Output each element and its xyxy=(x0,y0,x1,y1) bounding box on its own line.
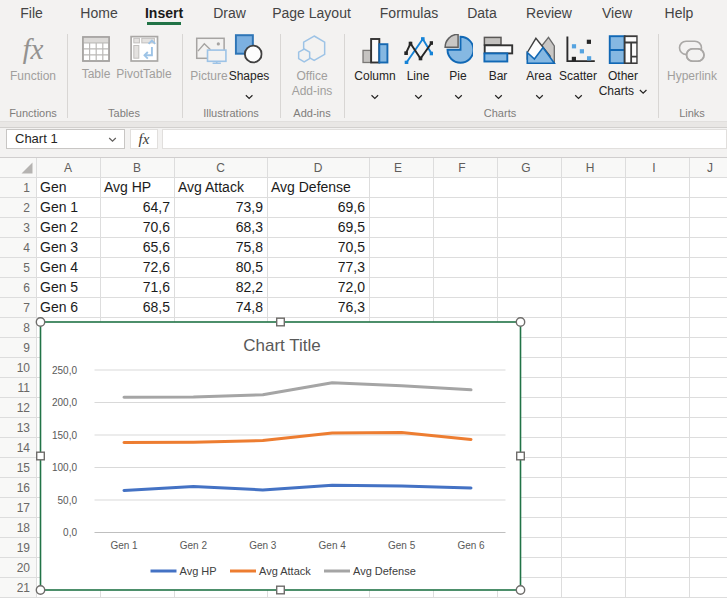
svg-text:50,0: 50,0 xyxy=(58,495,78,506)
svg-text:21: 21 xyxy=(17,581,31,595)
svg-text:Gen 4: Gen 4 xyxy=(40,259,78,275)
svg-text:5: 5 xyxy=(23,261,30,275)
svg-text:70,5: 70,5 xyxy=(338,239,365,255)
svg-text:71,6: 71,6 xyxy=(143,279,170,295)
svg-text:12: 12 xyxy=(17,401,31,415)
svg-text:1: 1 xyxy=(23,181,30,195)
svg-text:0,0: 0,0 xyxy=(63,527,77,538)
svg-text:150,0: 150,0 xyxy=(52,430,77,441)
svg-text:72,0: 72,0 xyxy=(338,279,365,295)
svg-text:20: 20 xyxy=(17,561,31,575)
svg-text:Gen: Gen xyxy=(40,179,66,195)
svg-text:69,5: 69,5 xyxy=(338,219,365,235)
svg-text:Avg Attack: Avg Attack xyxy=(178,179,245,195)
svg-text:64,7: 64,7 xyxy=(143,199,170,215)
svg-text:200,0: 200,0 xyxy=(52,397,77,408)
svg-text:J: J xyxy=(707,161,713,175)
svg-text:10: 10 xyxy=(17,361,31,375)
svg-text:G: G xyxy=(521,161,530,175)
svg-text:15: 15 xyxy=(17,461,31,475)
svg-text:8: 8 xyxy=(23,321,30,335)
svg-text:H: H xyxy=(586,161,595,175)
svg-text:B: B xyxy=(133,161,141,175)
svg-text:70,6: 70,6 xyxy=(143,219,170,235)
svg-text:68,3: 68,3 xyxy=(236,219,263,235)
svg-text:74,8: 74,8 xyxy=(236,299,263,315)
svg-text:A: A xyxy=(64,161,72,175)
svg-text:Gen 5: Gen 5 xyxy=(40,279,78,295)
svg-text:Gen 3: Gen 3 xyxy=(40,239,78,255)
svg-text:Gen 2: Gen 2 xyxy=(40,219,78,235)
svg-text:80,5: 80,5 xyxy=(236,259,263,275)
svg-text:Gen 4: Gen 4 xyxy=(319,540,347,551)
svg-text:D: D xyxy=(314,161,323,175)
svg-text:13: 13 xyxy=(17,421,31,435)
svg-text:fx: fx xyxy=(139,131,150,147)
svg-text:11: 11 xyxy=(18,381,31,395)
svg-text:18: 18 xyxy=(17,521,31,535)
svg-text:75,8: 75,8 xyxy=(236,239,263,255)
svg-text:Gen 6: Gen 6 xyxy=(457,540,485,551)
svg-text:6: 6 xyxy=(23,281,30,295)
svg-text:Gen 2: Gen 2 xyxy=(180,540,208,551)
svg-text:2: 2 xyxy=(23,201,30,215)
svg-text:Chart Title: Chart Title xyxy=(243,336,320,355)
svg-text:65,6: 65,6 xyxy=(143,239,170,255)
svg-text:82,2: 82,2 xyxy=(236,279,263,295)
svg-text:17: 17 xyxy=(17,501,31,515)
svg-text:73,9: 73,9 xyxy=(236,199,263,215)
svg-text:Gen 5: Gen 5 xyxy=(388,540,416,551)
svg-text:19: 19 xyxy=(17,541,31,555)
svg-text:Gen 1: Gen 1 xyxy=(110,540,138,551)
svg-text:69,6: 69,6 xyxy=(338,199,365,215)
svg-text:4: 4 xyxy=(23,241,30,255)
svg-text:Gen 1: Gen 1 xyxy=(40,199,78,215)
svg-text:72,6: 72,6 xyxy=(143,259,170,275)
svg-text:68,5: 68,5 xyxy=(143,299,170,315)
svg-text:E: E xyxy=(394,161,402,175)
svg-text:Gen 3: Gen 3 xyxy=(249,540,277,551)
svg-text:fx: fx xyxy=(23,34,44,64)
svg-text:77,3: 77,3 xyxy=(338,259,365,275)
svg-text:9: 9 xyxy=(23,341,30,355)
svg-text:Avg Defense: Avg Defense xyxy=(353,565,416,577)
svg-text:Avg HP: Avg HP xyxy=(104,179,151,195)
svg-text:Avg Attack: Avg Attack xyxy=(259,565,311,577)
svg-text:100,0: 100,0 xyxy=(52,462,77,473)
svg-text:F: F xyxy=(458,161,465,175)
svg-text:250,0: 250,0 xyxy=(52,365,77,376)
svg-text:16: 16 xyxy=(17,481,31,495)
svg-text:7: 7 xyxy=(23,301,30,315)
svg-text:C: C xyxy=(216,161,225,175)
svg-text:14: 14 xyxy=(17,441,31,455)
svg-text:3: 3 xyxy=(23,221,30,235)
svg-text:Avg HP: Avg HP xyxy=(180,565,217,577)
svg-text:76,3: 76,3 xyxy=(338,299,365,315)
svg-text:I: I xyxy=(652,161,655,175)
svg-text:Gen 6: Gen 6 xyxy=(40,299,78,315)
svg-text:Avg Defense: Avg Defense xyxy=(271,179,351,195)
